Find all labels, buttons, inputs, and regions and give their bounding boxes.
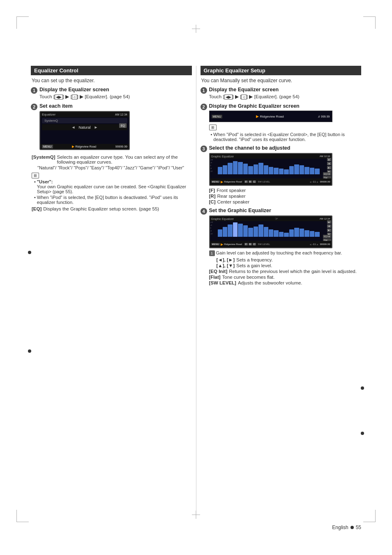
bullet1-content: "User": Your own Graphic equalizer curve…: [37, 179, 192, 194]
eq-bar[interactable]: [284, 233, 288, 237]
eq-systemq-row: SystemQ: [42, 118, 127, 123]
eq-bar[interactable]: [248, 166, 253, 174]
eq-bar[interactable]: [310, 168, 314, 174]
eq-bar[interactable]: [228, 163, 232, 174]
geq3-menu-btn[interactable]: MENU: [211, 180, 220, 183]
geq4-price: 99999.99: [320, 243, 330, 245]
right-header-title: Graphic Equalizer Setup: [204, 67, 265, 74]
geq3-ch-c[interactable]: C: [253, 180, 256, 183]
eq-bar[interactable]: [248, 228, 253, 237]
top-crosshair: [192, 25, 200, 34]
geq4-bars: [217, 221, 320, 237]
eq-bar[interactable]: [279, 232, 284, 237]
geq3-ch-f[interactable]: F: [244, 180, 248, 183]
eq-bar[interactable]: [289, 166, 294, 174]
ch-c-desc: Center speaker: [217, 199, 361, 204]
step4-item1-num: 1: [209, 250, 215, 256]
eq-main-screen: Equalizer AM 12:34 SystemQ ◄ Natural ►: [39, 111, 130, 150]
geq4-station-name: Ridgeview Road: [224, 243, 242, 245]
right-mini-station-name: Ridgeview Road: [260, 115, 284, 118]
step4-item3-label: [▲], [▼]: [217, 263, 235, 268]
right-step1: 1 Display the Equalizer screen Touch [◀▶…: [201, 87, 362, 101]
geq3-left-btn[interactable]: ◄: [327, 162, 331, 165]
geq3-bottom-bar: MENU ▶ Ridgeview Road F R C SW LEVEL: [210, 178, 332, 185]
geq3-eq-init-btn[interactable]: EQ Init: [323, 172, 331, 176]
geq4-vol-val: -11: [312, 243, 316, 245]
eq-bar[interactable]: [310, 231, 314, 237]
main-content: Equalizer Control You can set up the equ…: [31, 66, 361, 514]
left-step2-title: Set each item: [39, 103, 192, 109]
geq4-up-btn[interactable]: ▲: [327, 220, 331, 224]
eq-bar[interactable]: [274, 168, 278, 174]
eq-bar[interactable]: [289, 229, 294, 237]
geq3-channels: F R C: [244, 180, 256, 183]
eq-arrow-left[interactable]: ◄: [71, 125, 76, 130]
page-number: 55: [356, 525, 361, 530]
eq-bar[interactable]: [304, 167, 309, 174]
eq-bar[interactable]: [238, 224, 242, 237]
eq-bottom-bar: MENU ▶ Ridgeview Road 99999.99: [40, 144, 129, 149]
left-section-intro: You can set up the equalizer.: [31, 78, 192, 83]
eq-bar[interactable]: [243, 164, 248, 174]
ch-f-label: [F]: [209, 188, 215, 193]
eq-bar[interactable]: [233, 161, 238, 174]
bullet1-label: "User":: [37, 179, 53, 184]
eq-bar[interactable]: [254, 227, 258, 237]
corner-mark-tr: [363, 16, 376, 29]
eq-arrow-right[interactable]: ►: [94, 125, 98, 130]
geq4-sw-level: SW LEVEL: [258, 243, 270, 245]
geq3-vol-left[interactable]: ◄: [309, 180, 312, 183]
eq-bar[interactable]: [218, 167, 222, 174]
right-step2-title: Display the Graphic Equalizer screen: [209, 103, 362, 109]
left-section-header: Equalizer Control: [31, 66, 192, 75]
eq-bar[interactable]: [274, 230, 278, 237]
geq4-vol-right[interactable]: ►: [316, 243, 319, 246]
eq-bar[interactable]: [218, 229, 222, 237]
eq-bar[interactable]: [284, 169, 288, 174]
geq3-vol-right[interactable]: ►: [316, 180, 319, 183]
right-mini-menu[interactable]: MENU: [212, 115, 223, 118]
eq-bar[interactable]: [315, 232, 319, 237]
eq-bar[interactable]: [294, 228, 299, 237]
eq-bar[interactable]: [294, 164, 299, 174]
eq-bar[interactable]: [264, 165, 268, 174]
geq3-up-btn[interactable]: ▲: [327, 158, 331, 161]
left-step1-num: 1: [31, 87, 37, 94]
geq3-right-btn[interactable]: ►: [327, 166, 331, 169]
geq3-ch-r[interactable]: R: [249, 180, 252, 183]
eq-bar[interactable]: [300, 165, 304, 174]
eq-bar[interactable]: [300, 229, 304, 237]
eq-natural-value: Natural: [78, 125, 90, 130]
right-mini-station-icon: ▶: [256, 114, 259, 118]
ch-c-label: [C]: [209, 199, 216, 204]
eq-bar[interactable]: [258, 163, 263, 174]
bullet2-text: When "iPod" is selected, the [EQ] button…: [37, 195, 192, 205]
eq-bar[interactable]: [269, 167, 273, 174]
eq-bar[interactable]: [279, 169, 284, 174]
right-step2-bullet-text: When "iPod" is selected in <Equalizer Co…: [213, 132, 361, 142]
eq-bar[interactable]: [238, 162, 242, 174]
eq-menu-btn[interactable]: MENU: [42, 145, 53, 148]
geq3-price: 99999.99: [320, 180, 330, 183]
eq-bar[interactable]: [264, 227, 268, 237]
eq-screen-time: AM 12:34: [115, 113, 127, 116]
geq3-sw-level: SW LEVEL: [258, 180, 270, 183]
eq-bar[interactable]: [233, 222, 238, 237]
geq4-right-btns: ▲ ◄ ► ▼: [327, 220, 331, 236]
eq-bar[interactable]: [258, 224, 263, 237]
geq4-menu-btn[interactable]: MENU: [211, 243, 220, 245]
eq-bar[interactable]: [254, 164, 258, 174]
geq4-right-btn[interactable]: ►: [327, 229, 331, 232]
geq4-left-btn[interactable]: ◄: [327, 224, 331, 228]
right-step1-content: Display the Equalizer screen Touch [◀▶] …: [209, 87, 362, 101]
eq-bar[interactable]: [228, 224, 232, 237]
geq4-eq-init-btn[interactable]: EQ Init: [323, 235, 331, 238]
eq-bar[interactable]: [269, 229, 273, 237]
eq-bar[interactable]: [243, 225, 248, 237]
eq-bar[interactable]: [223, 227, 227, 237]
eq-bar[interactable]: [315, 169, 319, 174]
eq-bar[interactable]: [304, 230, 309, 237]
eq-button[interactable]: EQ: [119, 123, 127, 128]
geq4-vol-left[interactable]: ◄: [309, 243, 312, 246]
eq-bar[interactable]: [223, 165, 227, 174]
